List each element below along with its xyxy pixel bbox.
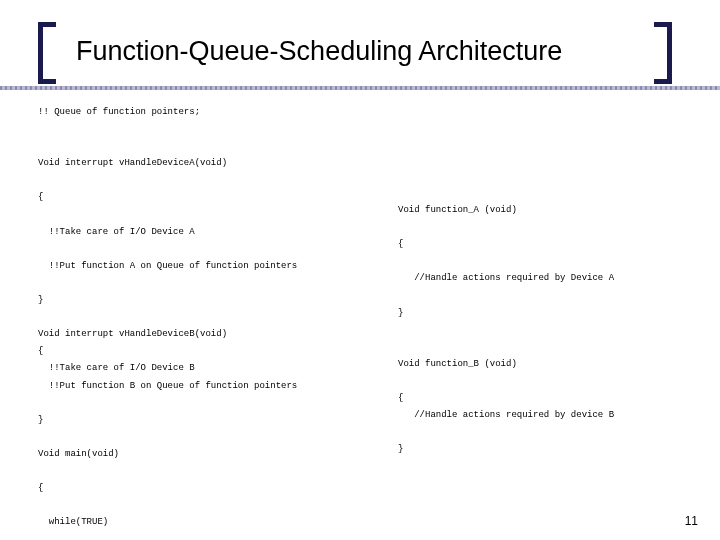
title-area: Function-Queue-Scheduling Architecture [38,22,672,84]
bracket-left-icon [38,22,56,84]
code-left-column: !! Queue of function pointers; Void inte… [38,104,398,540]
page-number: 11 [685,514,698,528]
code-area: !! Queue of function pointers; Void inte… [38,104,682,520]
bracket-right-icon [654,22,672,84]
slide-title: Function-Queue-Scheduling Architecture [76,36,562,67]
title-underline [0,86,720,90]
code-right-column: Void function_A (void) { //Handle action… [398,202,688,458]
